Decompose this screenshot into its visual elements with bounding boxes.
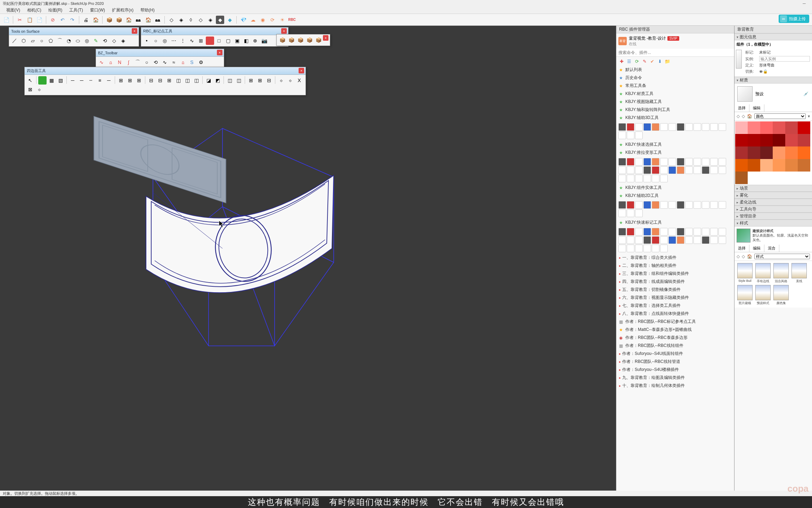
- grid-tool-icon[interactable]: [627, 245, 634, 252]
- qf21-icon[interactable]: ◫: [235, 76, 243, 85]
- close-icon[interactable]: ×: [281, 28, 287, 34]
- tos-circle-icon[interactable]: ○: [38, 37, 46, 45]
- plugin-item[interactable]: ▸四、靠背教育：线成面编辑类插件: [616, 278, 734, 286]
- add-icon[interactable]: ✚: [618, 58, 625, 64]
- plugin-item[interactable]: ★KBJY:辅助3D工具: [616, 114, 734, 122]
- close-icon[interactable]: ×: [217, 50, 222, 55]
- color-swatch[interactable]: [785, 159, 798, 172]
- tag-value[interactable]: 未标记: [759, 50, 810, 55]
- grid-tool-icon[interactable]: [643, 236, 651, 244]
- grid-tool-icon[interactable]: [660, 228, 668, 236]
- bz12-icon[interactable]: ⚙: [197, 58, 205, 66]
- plugin-item[interactable]: ◉作者：RBC团队--RBC泰森多边形: [616, 334, 734, 342]
- grid-tool-icon[interactable]: [718, 228, 726, 236]
- bz10-icon[interactable]: ⩍: [179, 58, 187, 66]
- qf11-icon[interactable]: ⊞: [135, 76, 143, 85]
- qf27-icon[interactable]: X: [295, 76, 303, 85]
- qf7-icon[interactable]: ≡: [96, 76, 104, 85]
- check-icon[interactable]: ✔: [649, 58, 655, 64]
- grid-tool-icon[interactable]: [693, 158, 701, 166]
- tos-rect-icon[interactable]: ▱: [29, 37, 37, 45]
- grid-tool-icon[interactable]: [702, 123, 709, 131]
- grid-tool-icon[interactable]: [710, 201, 718, 209]
- grid-tool-icon[interactable]: [652, 175, 659, 182]
- grid-tool-icon[interactable]: [635, 158, 643, 166]
- grid-tool-icon[interactable]: [627, 175, 634, 182]
- color-swatch[interactable]: [760, 134, 773, 146]
- grid-tool-icon[interactable]: [668, 201, 676, 209]
- rbc-m8-icon[interactable]: [206, 37, 214, 45]
- grid-tool-icon[interactable]: [677, 236, 684, 244]
- material-tab-select[interactable]: 选择: [734, 104, 749, 112]
- grid-tool-icon[interactable]: [627, 132, 634, 139]
- grid-tool-icon[interactable]: [718, 236, 726, 244]
- floater-title[interactable]: 四边面工具: [25, 67, 306, 75]
- grid-tool-icon[interactable]: [618, 209, 626, 217]
- qf19-icon[interactable]: ◩: [213, 76, 222, 85]
- grid-tool-icon[interactable]: [643, 228, 651, 236]
- file-icon[interactable]: 📄: [2, 16, 10, 24]
- bz5-icon[interactable]: ⌒: [133, 58, 142, 66]
- color-swatch[interactable]: [735, 159, 748, 172]
- grid-tool-icon[interactable]: [668, 123, 676, 131]
- grid-tool-icon[interactable]: [635, 175, 643, 182]
- menu-view[interactable]: 视图(V): [3, 7, 24, 13]
- plugin-item[interactable]: ★KBJY:组件实体工具: [616, 184, 734, 192]
- tos-line-icon[interactable]: ／: [10, 37, 19, 45]
- grid-tool-icon[interactable]: [677, 166, 684, 174]
- grid-tool-icon[interactable]: [702, 228, 709, 236]
- shade5-icon[interactable]: ◈: [206, 16, 214, 24]
- bz8-icon[interactable]: ∿: [161, 58, 169, 66]
- qf26-icon[interactable]: ⟐: [286, 76, 294, 85]
- entity-info-section[interactable]: 图元信息: [734, 33, 812, 40]
- grid-tool-icon[interactable]: [702, 201, 709, 209]
- lock-icon[interactable]: 🔒: [763, 69, 768, 74]
- tos-arc-icon[interactable]: ⌒: [56, 37, 64, 45]
- color-swatch[interactable]: [773, 121, 785, 134]
- bz9-icon[interactable]: ≈: [170, 58, 178, 66]
- grid-tool-icon[interactable]: [685, 123, 693, 131]
- redo-icon[interactable]: ↷: [68, 16, 76, 24]
- color-swatch[interactable]: [760, 121, 773, 134]
- plugin-item[interactable]: ▸六、靠背教育：视图显示隐藏类插件: [616, 294, 734, 302]
- style-item[interactable]: 手绘边线: [755, 263, 771, 284]
- grid-tool-icon[interactable]: [652, 236, 659, 244]
- grid-tool-icon[interactable]: [685, 236, 693, 244]
- grid-tool-icon[interactable]: [693, 236, 701, 244]
- tos-free-icon[interactable]: ✎: [92, 37, 100, 45]
- mini3-icon[interactable]: 📦: [296, 36, 304, 44]
- plugin-item[interactable]: ▸七、靠背教育：选择类工具插件: [616, 302, 734, 310]
- color-swatch[interactable]: [798, 159, 810, 172]
- grid-tool-icon[interactable]: [643, 158, 651, 166]
- grid-tool-icon[interactable]: [710, 236, 718, 244]
- grid-tool-icon[interactable]: [627, 201, 634, 209]
- qf-select-icon[interactable]: ↖: [26, 76, 34, 85]
- rbc-m10-icon[interactable]: ▢: [224, 37, 232, 45]
- download-icon[interactable]: ⬇: [657, 58, 663, 64]
- grid-tool-icon[interactable]: [652, 245, 659, 252]
- shade6-icon[interactable]: ◆: [216, 16, 224, 24]
- bz7-icon[interactable]: ⟲: [152, 58, 160, 66]
- bz11-icon[interactable]: S: [188, 58, 196, 66]
- grid-tool-icon[interactable]: [635, 245, 643, 252]
- grid-tool-icon[interactable]: [635, 166, 643, 174]
- close-icon[interactable]: ×: [132, 28, 137, 34]
- bz6-icon[interactable]: ○: [143, 58, 151, 66]
- menu-draw[interactable]: 绘图(R): [45, 7, 66, 13]
- mini2-icon[interactable]: 📦: [287, 36, 295, 44]
- color-swatch[interactable]: [773, 146, 785, 159]
- color-swatch[interactable]: [748, 121, 760, 134]
- mini5-icon[interactable]: 📦: [314, 36, 323, 44]
- grid-tool-icon[interactable]: [618, 166, 626, 174]
- menu-window[interactable]: 窗口(W): [87, 7, 108, 13]
- softedge-section[interactable]: 柔化边线: [734, 199, 812, 206]
- grid-tool-icon[interactable]: [627, 166, 634, 174]
- plugin-item[interactable]: ▸二、靠背教育：轴的相关插件: [616, 262, 734, 270]
- qf24-icon[interactable]: ⊟: [265, 76, 273, 85]
- rbc-camera-icon[interactable]: 📷: [260, 37, 268, 45]
- qf23-icon[interactable]: ⊞: [256, 76, 264, 85]
- style-item[interactable]: 混合风格: [773, 263, 789, 284]
- grid-tool-icon[interactable]: [660, 236, 668, 244]
- rbc-m2-icon[interactable]: ○: [152, 37, 160, 45]
- grid-tool-icon[interactable]: [643, 123, 651, 131]
